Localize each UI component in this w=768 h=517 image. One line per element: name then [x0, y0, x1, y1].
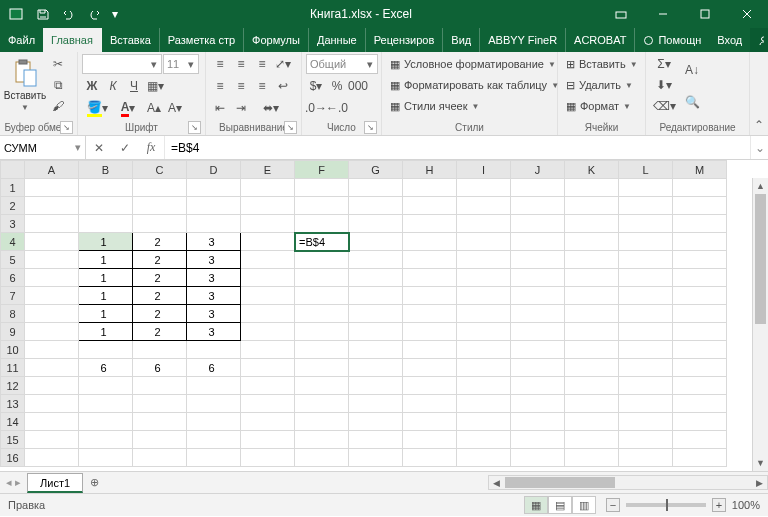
cell-C15[interactable] — [133, 431, 187, 449]
cell-E8[interactable] — [241, 305, 295, 323]
cell-F12[interactable] — [295, 377, 349, 395]
cell-A9[interactable] — [25, 323, 79, 341]
font-color-button[interactable]: А▾ — [113, 98, 143, 118]
vscroll-thumb[interactable] — [755, 194, 766, 324]
cell-J6[interactable] — [511, 269, 565, 287]
cell-L7[interactable] — [619, 287, 673, 305]
tab-file[interactable]: Файл — [0, 28, 43, 52]
cell-B8[interactable]: 1 — [79, 305, 133, 323]
row-header-2[interactable]: 2 — [1, 197, 25, 215]
cell-H12[interactable] — [403, 377, 457, 395]
name-box[interactable]: СУММ▾ — [0, 136, 86, 159]
cell-J9[interactable] — [511, 323, 565, 341]
cell-H8[interactable] — [403, 305, 457, 323]
format-cells-button[interactable]: ▦Формат▼ — [562, 96, 635, 116]
cell-L13[interactable] — [619, 395, 673, 413]
cell-D16[interactable] — [187, 449, 241, 467]
italic-button[interactable]: К — [103, 76, 123, 96]
cell-G14[interactable] — [349, 413, 403, 431]
cell-F1[interactable] — [295, 179, 349, 197]
cell-E14[interactable] — [241, 413, 295, 431]
cell-K6[interactable] — [565, 269, 619, 287]
scroll-up-icon[interactable]: ▲ — [753, 178, 768, 194]
cell-C10[interactable] — [133, 341, 187, 359]
cell-C4[interactable]: 2 — [133, 233, 187, 251]
font-dialog-icon[interactable]: ↘ — [188, 121, 201, 134]
cell-G16[interactable] — [349, 449, 403, 467]
cell-K2[interactable] — [565, 197, 619, 215]
undo-icon[interactable] — [56, 2, 80, 26]
align-left-icon[interactable]: ≡ — [210, 76, 230, 96]
select-all-cell[interactable] — [1, 161, 25, 179]
col-header-E[interactable]: E — [241, 161, 295, 179]
cell-D4[interactable]: 3 — [187, 233, 241, 251]
cell-I2[interactable] — [457, 197, 511, 215]
cell-H6[interactable] — [403, 269, 457, 287]
cell-K16[interactable] — [565, 449, 619, 467]
cell-L11[interactable] — [619, 359, 673, 377]
cell-I15[interactable] — [457, 431, 511, 449]
cell-E6[interactable] — [241, 269, 295, 287]
cell-G11[interactable] — [349, 359, 403, 377]
cell-H3[interactable] — [403, 215, 457, 233]
cell-A15[interactable] — [25, 431, 79, 449]
cell-J16[interactable] — [511, 449, 565, 467]
grow-font-icon[interactable]: A▴ — [144, 98, 164, 118]
col-header-G[interactable]: G — [349, 161, 403, 179]
cell-E1[interactable] — [241, 179, 295, 197]
increase-indent-icon[interactable]: ⇥ — [231, 98, 251, 118]
cell-K10[interactable] — [565, 341, 619, 359]
cell-B10[interactable] — [79, 341, 133, 359]
zoom-slider[interactable] — [626, 503, 706, 507]
cell-H15[interactable] — [403, 431, 457, 449]
cell-F4[interactable]: =B$4 — [295, 233, 349, 251]
find-select-icon[interactable]: 🔍 — [680, 87, 704, 117]
cell-L12[interactable] — [619, 377, 673, 395]
cell-I7[interactable] — [457, 287, 511, 305]
cell-B2[interactable] — [79, 197, 133, 215]
cell-H14[interactable] — [403, 413, 457, 431]
cell-B14[interactable] — [79, 413, 133, 431]
cell-C9[interactable]: 2 — [133, 323, 187, 341]
formula-input[interactable] — [165, 136, 750, 159]
cell-G15[interactable] — [349, 431, 403, 449]
bold-button[interactable]: Ж — [82, 76, 102, 96]
cell-B3[interactable] — [79, 215, 133, 233]
cell-A11[interactable] — [25, 359, 79, 377]
cell-C1[interactable] — [133, 179, 187, 197]
cell-D1[interactable] — [187, 179, 241, 197]
cell-F15[interactable] — [295, 431, 349, 449]
normal-view-icon[interactable]: ▦ — [524, 496, 548, 514]
name-box-dropdown-icon[interactable]: ▾ — [75, 141, 81, 154]
cell-E4[interactable] — [241, 233, 295, 251]
cell-B6[interactable]: 1 — [79, 269, 133, 287]
tab-data[interactable]: Данные — [309, 28, 366, 52]
sheet-nav[interactable]: ◂ ▸ — [0, 472, 27, 493]
cell-D9[interactable]: 3 — [187, 323, 241, 341]
conditional-formatting-button[interactable]: ▦Условное форматирование▼ — [386, 54, 560, 74]
cell-J10[interactable] — [511, 341, 565, 359]
orientation-icon[interactable]: ⤢▾ — [273, 54, 293, 74]
cell-H11[interactable] — [403, 359, 457, 377]
excel-icon[interactable] — [4, 2, 28, 26]
cell-F8[interactable] — [295, 305, 349, 323]
cell-E11[interactable] — [241, 359, 295, 377]
cell-H5[interactable] — [403, 251, 457, 269]
cell-A4[interactable] — [25, 233, 79, 251]
cell-M14[interactable] — [673, 413, 727, 431]
cell-I4[interactable] — [457, 233, 511, 251]
cell-A6[interactable] — [25, 269, 79, 287]
cell-C2[interactable] — [133, 197, 187, 215]
cell-M15[interactable] — [673, 431, 727, 449]
cell-D12[interactable] — [187, 377, 241, 395]
page-layout-view-icon[interactable]: ▤ — [548, 496, 572, 514]
cell-H9[interactable] — [403, 323, 457, 341]
horizontal-scrollbar[interactable]: ◀ ▶ — [488, 475, 768, 490]
col-header-D[interactable]: D — [187, 161, 241, 179]
align-middle-icon[interactable]: ≡ — [231, 54, 251, 74]
decrease-indent-icon[interactable]: ⇤ — [210, 98, 230, 118]
cell-G9[interactable] — [349, 323, 403, 341]
tab-insert[interactable]: Вставка — [102, 28, 160, 52]
cell-E5[interactable] — [241, 251, 295, 269]
cell-C5[interactable]: 2 — [133, 251, 187, 269]
